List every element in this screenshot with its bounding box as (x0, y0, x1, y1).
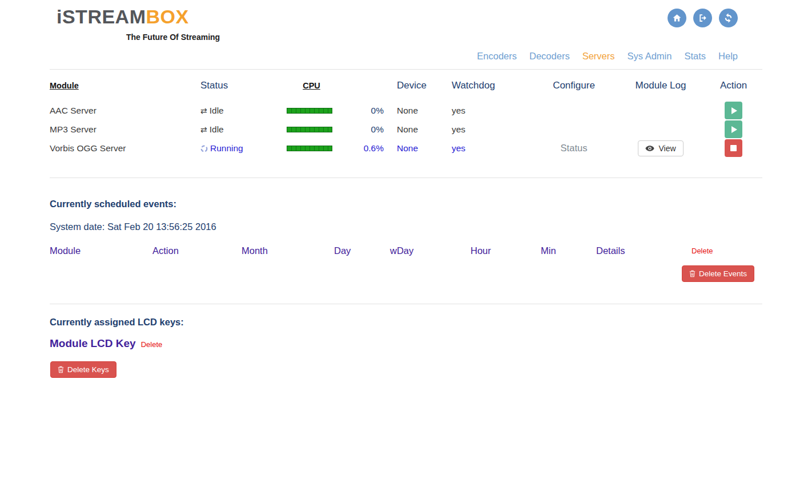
col-header-cpu-pct (336, 70, 388, 101)
action-cell (705, 101, 762, 120)
lcd-header-row: Module LCD Key Delete (50, 337, 762, 350)
start-button[interactable] (725, 102, 742, 119)
delete-keys-button[interactable]: Delete Keys (50, 361, 116, 378)
status-label: Idle (210, 124, 224, 134)
events-col-details: Details (596, 245, 625, 256)
sign-out-button[interactable] (693, 9, 712, 27)
tagline: The Future Of Streaming (126, 33, 220, 42)
events-header-row: Module Action Month Day wDay Hour Min De… (50, 245, 762, 260)
cpu-percent: 0% (336, 120, 388, 139)
header-buttons (668, 9, 738, 27)
view-log-label: View (658, 144, 676, 153)
trash-icon (689, 270, 696, 277)
server-row-vorbis: Vorbis OGG Server Running 0.6% None yes … (50, 139, 762, 158)
device-value: None (388, 120, 443, 139)
status-label: Running (210, 143, 243, 153)
module-name: Vorbis OGG Server (50, 139, 200, 158)
watchdog-value: yes (443, 139, 531, 158)
spinner-icon (200, 145, 208, 152)
logo: iSTREAMBOX (57, 6, 189, 28)
server-row-aac: AAC Server ⇄Idle 0% None yes (50, 101, 762, 120)
logo-text-accent: BOX (146, 6, 189, 27)
events-col-day: Day (334, 245, 351, 256)
trash-icon (58, 366, 64, 373)
action-cell (705, 139, 762, 158)
delete-events-button[interactable]: Delete Events (682, 265, 754, 282)
status-cell: ⇄Idle (200, 101, 287, 120)
cpu-percent: 0% (336, 101, 388, 120)
events-col-delete-link[interactable]: Delete (692, 247, 713, 255)
status-label: Idle (210, 106, 224, 115)
module-log-cell (617, 120, 705, 139)
nav-item-sys-admin[interactable]: Sys Admin (628, 51, 672, 62)
cpu-bar (287, 146, 332, 151)
events-title: Currently scheduled events: (50, 199, 762, 209)
status-cell: Running (200, 139, 287, 158)
refresh-button[interactable] (719, 9, 738, 27)
cpu-bar (287, 127, 332, 132)
events-col-wday: wDay (390, 245, 413, 256)
sign-out-icon (698, 13, 708, 23)
configure-status-link[interactable]: Status (561, 143, 588, 153)
servers-table: Module Status CPU Device Watchdog Config… (50, 70, 762, 158)
col-header-cpu-label: CPU (303, 81, 320, 90)
cpu-bar-cell (287, 139, 336, 158)
home-button[interactable] (668, 9, 686, 27)
nav-item-servers[interactable]: Servers (582, 51, 615, 62)
start-button[interactable] (725, 120, 742, 138)
cpu-bar-cell (287, 101, 336, 120)
cpu-bar-cell (287, 120, 336, 139)
delete-events-label: Delete Events (699, 269, 747, 278)
col-header-module[interactable]: Module (50, 70, 200, 101)
col-header-cpu[interactable]: CPU (287, 70, 336, 101)
cpu-percent: 0.6% (336, 139, 388, 158)
events-col-month: Month (242, 245, 268, 256)
lcd-section: Currently assigned LCD keys: Module LCD … (50, 304, 762, 378)
col-header-watchdog: Watchdog (443, 70, 531, 101)
stop-icon (730, 145, 737, 151)
refresh-icon (723, 13, 733, 23)
status-cell: ⇄Idle (200, 120, 287, 139)
stop-button[interactable] (725, 139, 742, 157)
system-date: System date: Sat Feb 20 13:56:25 2016 (50, 221, 762, 232)
main-nav: Encoders Decoders Servers Sys Admin Stat… (477, 51, 738, 62)
module-name: AAC Server (50, 101, 200, 120)
logo-text-primary: iSTREAM (57, 6, 146, 27)
nav-item-decoders[interactable]: Decoders (529, 51, 570, 62)
lcd-col-delete-link[interactable]: Delete (141, 340, 163, 349)
events-section: Currently scheduled events: System date:… (50, 178, 762, 304)
home-icon (672, 13, 682, 23)
eye-icon (645, 146, 654, 151)
configure-cell (531, 120, 617, 139)
servers-header-row: Module Status CPU Device Watchdog Config… (50, 70, 762, 101)
col-header-action: Action (705, 70, 762, 101)
play-icon (731, 126, 737, 133)
events-col-module: Module (50, 245, 81, 256)
nav-item-help[interactable]: Help (718, 51, 738, 62)
col-header-module-log: Module Log (617, 70, 705, 101)
events-col-action: Action (152, 245, 179, 256)
view-log-button[interactable]: View (638, 140, 683, 156)
nav-item-encoders[interactable]: Encoders (477, 51, 517, 62)
servers-section: Module Status CPU Device Watchdog Config… (50, 70, 762, 158)
module-log-cell: View (617, 139, 705, 158)
cpu-bar (287, 108, 332, 114)
device-value: None (388, 101, 443, 120)
exchange-icon: ⇄ (200, 125, 207, 134)
configure-cell (531, 101, 617, 120)
action-cell (705, 120, 762, 139)
events-actions: Delete Events (50, 260, 762, 304)
lcd-title: Currently assigned LCD keys: (50, 317, 762, 328)
events-col-hour: Hour (471, 245, 491, 256)
lcd-col-key: LCD Key (91, 337, 136, 350)
col-header-status: Status (200, 70, 287, 101)
server-row-mp3: MP3 Server ⇄Idle 0% None yes (50, 120, 762, 139)
nav-item-stats[interactable]: Stats (684, 51, 706, 62)
device-value: None (388, 139, 443, 158)
configure-cell: Status (531, 139, 617, 158)
module-log-cell (617, 101, 705, 120)
watchdog-value: yes (443, 120, 531, 139)
events-col-min: Min (541, 245, 556, 256)
header: iSTREAMBOX The Future Of Streaming (50, 0, 762, 70)
lcd-col-module: Module (50, 337, 88, 350)
